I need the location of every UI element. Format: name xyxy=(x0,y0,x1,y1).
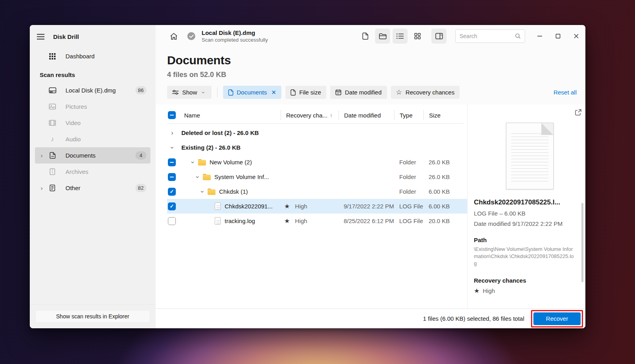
sidebar-item-label: Pictures xyxy=(40,103,87,110)
film-icon xyxy=(48,120,56,126)
footer-bar: 1 files (6.00 KB) selected, 86 files tot… xyxy=(156,308,585,328)
filter-chip-documents[interactable]: Documents ✕ xyxy=(223,86,281,99)
check-circle-icon xyxy=(187,32,195,40)
sidebar-bottom: Show scan results in Explorer xyxy=(30,304,156,328)
select-all-checkbox[interactable] xyxy=(168,111,176,119)
file-type: LOG File xyxy=(394,203,423,210)
row-checkbox[interactable] xyxy=(168,202,176,210)
row-checkbox[interactable] xyxy=(168,158,176,166)
table-row[interactable]: tracking.log ★ High 8/25/2022 6:12 PM LO… xyxy=(167,214,467,228)
group-label: Deleted or lost (2) - 26.0 KB xyxy=(181,129,259,136)
row-checkbox[interactable] xyxy=(168,173,176,181)
file-table: Name Recovery cha... ↑ Date modified Typ… xyxy=(156,104,467,308)
disk-drill-window: Disk Drill Dashboard Scan results Local … xyxy=(30,25,585,328)
detail-recovery-value: ★ High xyxy=(474,287,585,295)
list-view-icon[interactable] xyxy=(393,29,408,44)
filter-chip-date-modified[interactable]: Date modified xyxy=(330,86,387,99)
chevron-right-icon[interactable]: › xyxy=(39,185,44,191)
table-row-selected[interactable]: Chkdsk2022091... ★ High 9/17/2022 2:22 P… xyxy=(167,199,467,214)
hamburger-menu-icon[interactable] xyxy=(36,33,45,40)
maximize-button[interactable] xyxy=(549,29,567,44)
column-label: Recovery cha... xyxy=(286,112,327,119)
file-view-icon[interactable] xyxy=(358,29,373,44)
sidebar-item-dashboard[interactable]: Dashboard xyxy=(35,48,150,64)
table-row[interactable]: › Existing (2) - 26.0 KB xyxy=(167,140,467,155)
table-row[interactable]: › Deleted or lost (2) - 26.0 KB xyxy=(167,125,467,140)
divider xyxy=(167,123,464,124)
document-icon xyxy=(48,152,56,159)
page-head: Documents 4 files on 52.0 KB xyxy=(156,47,585,79)
file-icon xyxy=(215,202,221,210)
detail-path-value: \Existing\New Volume\System Volume Infor… xyxy=(474,246,585,268)
sidebar-item-archives[interactable]: Archives xyxy=(35,164,150,180)
show-in-explorer-button[interactable]: Show scan results in Explorer xyxy=(35,310,150,323)
show-filter-button[interactable]: Show › xyxy=(167,86,212,99)
chevron-down-icon[interactable]: › xyxy=(190,160,196,165)
file-size: 26.0 KB xyxy=(423,159,467,166)
file-name: New Volume (2) xyxy=(210,159,252,166)
table-row[interactable]: › New Volume (2) Folder 26.0 KB xyxy=(167,155,467,169)
details-scrollbar[interactable] xyxy=(581,203,583,282)
table-header-row: Name Recovery cha... ↑ Date modified Typ… xyxy=(167,107,467,123)
minimize-button[interactable] xyxy=(531,29,549,44)
filter-chip-file-size[interactable]: File size xyxy=(285,86,326,99)
sidebar-item-video[interactable]: Video xyxy=(35,115,150,131)
count-badge: 86 xyxy=(135,86,146,94)
chevron-right-icon[interactable]: › xyxy=(39,152,44,158)
preview-panel-icon[interactable] xyxy=(431,29,446,44)
detail-recovery-label: Recovery chances xyxy=(474,277,585,284)
open-external-icon[interactable] xyxy=(575,109,581,116)
sidebar-item-pictures[interactable]: Pictures xyxy=(35,98,150,115)
column-header-name[interactable]: Name xyxy=(181,110,281,120)
star-icon: ★ xyxy=(284,202,290,210)
sidebar: Disk Drill Dashboard Scan results Local … xyxy=(30,25,156,328)
column-header-size[interactable]: Size xyxy=(423,110,467,120)
column-header-recovery[interactable]: Recovery cha... ↑ xyxy=(281,110,339,120)
filter-chip-recovery-chances[interactable]: ☆ Recovery chances xyxy=(391,86,460,99)
recover-button[interactable]: Recover xyxy=(533,312,581,325)
row-checkbox[interactable] xyxy=(168,217,176,225)
file-name: Chkdsk (1) xyxy=(219,188,248,195)
close-icon[interactable]: ✕ xyxy=(271,89,276,96)
close-button[interactable] xyxy=(567,29,585,44)
table-row[interactable]: › Chkdsk (1) Folder 6.00 KB xyxy=(167,184,467,199)
page-subtitle: 4 files on 52.0 KB xyxy=(167,71,585,79)
table-row[interactable]: › System Volume Inf... Folder 26.0 KB xyxy=(167,169,467,184)
chip-label: File size xyxy=(299,89,321,96)
details-panel: Chkdsk20220917085225.l... LOG File – 6.0… xyxy=(467,104,585,308)
hard-drive-icon xyxy=(48,87,56,93)
zip-file-icon xyxy=(48,168,56,175)
home-icon[interactable] xyxy=(170,33,179,40)
chevron-down-icon[interactable]: › xyxy=(194,174,201,180)
folder-view-icon[interactable] xyxy=(375,29,390,44)
sidebar-item-documents[interactable]: › Documents 4 xyxy=(35,147,150,164)
grid-view-icon[interactable] xyxy=(410,29,425,44)
image-icon xyxy=(48,104,56,110)
search-input[interactable] xyxy=(460,33,515,39)
star-icon: ★ xyxy=(284,217,290,225)
folder-icon xyxy=(198,159,206,166)
sidebar-item-local-disk[interactable]: Local Disk (E).dmg 86 xyxy=(35,82,150,98)
sidebar-item-label: Other xyxy=(40,185,81,191)
content: Name Recovery cha... ↑ Date modified Typ… xyxy=(156,104,585,308)
row-checkbox[interactable] xyxy=(168,188,176,196)
file-size: 20.0 KB xyxy=(423,218,467,224)
detail-date-modified: Date modified 9/17/2022 2:22 PM xyxy=(474,220,585,227)
scan-results-section-label: Scan results xyxy=(30,64,156,82)
file-type: Folder xyxy=(394,159,423,166)
column-header-date[interactable]: Date modified xyxy=(339,110,394,120)
column-header-type[interactable]: Type xyxy=(394,110,423,120)
chevron-down-icon[interactable]: › xyxy=(169,145,175,150)
chevron-down-icon[interactable]: › xyxy=(199,189,206,195)
file-name: System Volume Inf... xyxy=(214,173,269,180)
sidebar-item-other[interactable]: › Other 82 xyxy=(35,180,150,196)
sidebar-item-label: Dashboard xyxy=(40,53,94,60)
reset-all-link[interactable]: Reset all xyxy=(554,89,577,96)
sidebar-header: Disk Drill xyxy=(30,25,156,46)
scan-status: Local Disk (E).dmg Scan completed succes… xyxy=(187,29,268,43)
chevron-right-icon[interactable]: › xyxy=(169,130,175,136)
red-annotation-box: Recover xyxy=(531,310,583,327)
sidebar-item-audio[interactable]: ♪ Audio xyxy=(35,131,150,147)
folder-icon xyxy=(203,174,211,180)
selection-status: 1 files (6.00 KB) selected, 86 files tot… xyxy=(423,315,524,322)
